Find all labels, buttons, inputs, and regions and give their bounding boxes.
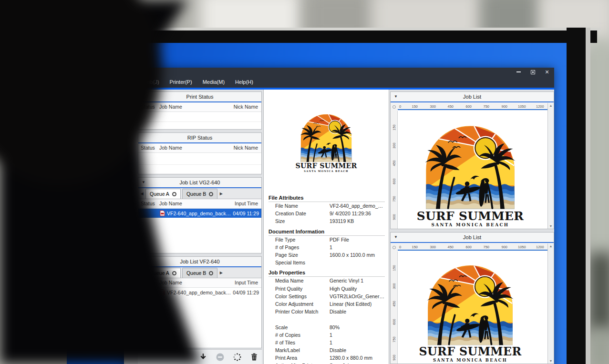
preview-panel-top: ▼ Job List 0 150 300 450 600 750 900 105… — [390, 91, 554, 229]
preview-panel-header[interactable]: ▼ Job List — [391, 92, 554, 102]
background-blur — [589, 329, 609, 364]
detail-value: PDF File — [330, 237, 385, 243]
tab-next-icon[interactable]: ▶ — [217, 267, 225, 278]
preview-panel-bottom: ▼ Job List 0 150 300 450 600 750 900 105… — [390, 232, 554, 364]
gear-icon[interactable] — [172, 271, 176, 275]
job-row[interactable]: VF2-640_app_demo_backlit_dp... 04/09 11:… — [138, 288, 261, 297]
panel-title: Job List VG2-640 — [180, 180, 220, 185]
pdf-file-icon — [160, 289, 165, 295]
scroll-up-icon[interactable]: ▲ — [549, 104, 553, 107]
visibility-eye-icon — [392, 246, 396, 249]
ruler-label: 900 — [392, 353, 396, 363]
collapse-triangle-icon[interactable]: ▼ — [142, 260, 145, 263]
ruler-label: 0 — [399, 245, 401, 249]
tab-prev-icon[interactable]: ◀ — [138, 267, 145, 278]
menu-item-help[interactable]: Help(H) — [230, 76, 258, 88]
detail-label: # of Tiles — [268, 340, 330, 345]
input-time: 04/09 11:29 — [233, 211, 259, 216]
job-preview-thumbnail — [292, 107, 360, 172]
tab-prev-icon[interactable]: ◀ — [138, 188, 145, 199]
tab-queue-a[interactable]: Queue A — [145, 268, 181, 278]
job-name: VF2-640_app_demo_backlit_dp... — [167, 211, 231, 216]
scroll-down-icon[interactable]: ▼ — [549, 224, 553, 228]
layout-canvas[interactable] — [398, 252, 547, 364]
job-list-vg2-header[interactable]: ▼ Job List VG2-640 — [138, 178, 261, 188]
remove-icon[interactable] — [216, 353, 225, 362]
col-job-name: Job Name — [159, 280, 182, 285]
preview-panel-header[interactable]: ▼ Job List — [391, 233, 554, 243]
close-button[interactable]: × — [540, 68, 554, 76]
ruler-label: 900 — [392, 212, 396, 222]
detail-value: 1600.0 x 1100.0 mm — [330, 252, 385, 258]
menu-item-media[interactable]: Media(M) — [197, 76, 230, 88]
layout-canvas[interactable] — [398, 111, 547, 229]
collapse-triangle-icon[interactable]: ▼ — [142, 181, 145, 184]
detail-label: # of Copies — [268, 332, 330, 338]
col-job-name: Job Name — [159, 145, 182, 151]
tab-queue-a[interactable]: Queue A — [145, 189, 181, 199]
detail-label: Size — [268, 218, 330, 224]
ruler-corner — [391, 103, 398, 111]
detail-label: Printer Color Match — [268, 309, 330, 314]
detail-label: Color Settings — [268, 293, 330, 299]
monitor-bezel — [567, 28, 588, 364]
trash-icon[interactable] — [250, 353, 258, 361]
ruler-label: 600 — [392, 317, 396, 327]
minimize-button[interactable] — [511, 68, 526, 76]
job-artwork-preview — [410, 113, 530, 227]
queue-tabs: ◀ Queue A Queue B ▶ — [138, 267, 261, 278]
vertical-scrollbar[interactable]: ▲ ▼ — [547, 103, 554, 229]
rip-status-panel: RIP Status Status Job Name Nick Name — [138, 132, 262, 174]
scroll-down-icon[interactable]: ▼ — [549, 359, 553, 363]
panel-title: RIP Status — [187, 135, 212, 141]
download-icon[interactable] — [199, 353, 207, 361]
detail-value: 1280.0 x 880.0 mm — [330, 355, 385, 361]
refresh-spinner-icon[interactable] — [233, 353, 242, 362]
gear-icon[interactable] — [172, 192, 176, 196]
panel-title: Job List — [463, 234, 481, 240]
job-list-vf2-header[interactable]: ▼ Job List VF2-640 — [138, 257, 261, 267]
menu-item-job[interactable]: Job(J) — [139, 76, 165, 88]
collapse-triangle-icon[interactable]: ▼ — [394, 95, 398, 99]
column-headers: Status Job Name Nick Name — [138, 102, 261, 112]
ruler-label: 300 — [392, 282, 396, 291]
gear-icon[interactable] — [209, 271, 213, 275]
col-status: Status — [141, 280, 155, 285]
job-row-selected[interactable]: VF2-640_app_demo_backlit_dp... 04/09 11:… — [138, 209, 261, 218]
print-status-header: Print Status — [138, 92, 261, 102]
tab-queue-b[interactable]: Queue B — [182, 268, 217, 278]
detail-label: Color Adjustment — [268, 301, 330, 307]
tab-queue-b[interactable]: Queue B — [182, 189, 217, 199]
vertical-scrollbar[interactable]: ▲ ▼ — [547, 243, 554, 364]
maximize-button[interactable] — [526, 68, 540, 76]
input-time: 04/09 11:29 — [233, 290, 259, 295]
gear-icon[interactable] — [209, 192, 213, 196]
col-job-name: Job Name — [159, 201, 182, 206]
ruler-label: 150 — [392, 123, 396, 132]
job-artwork-preview — [410, 253, 530, 363]
detail-label: # of Pages — [268, 244, 330, 250]
col-status: Status — [141, 201, 155, 206]
ruler-label: 750 — [483, 104, 489, 109]
collapse-triangle-icon[interactable]: ▼ — [394, 235, 398, 239]
col-input-time: Input Time — [235, 280, 258, 285]
tab-next-icon[interactable]: ▶ — [217, 188, 225, 199]
detail-value: High Quality — [330, 286, 385, 292]
vertical-ruler: 150 300 450 600 750 900 — [391, 252, 398, 364]
section-heading: Document Information — [268, 227, 385, 236]
job-toolbar — [138, 349, 262, 364]
monitor-bezel — [143, 30, 597, 43]
queue-tabs: ◀ Queue A Queue B ▶ — [138, 188, 261, 199]
visibility-eye-icon — [392, 105, 396, 109]
close-icon: × — [545, 69, 549, 75]
ruler-label: 450 — [447, 104, 454, 109]
menu-item-printer[interactable]: Printer(P) — [165, 76, 197, 88]
detail-label: Creation Date — [268, 211, 330, 216]
job-list-vg2-panel: ▼ Job List VG2-640 ◀ Queue A Queue B ▶ S… — [138, 177, 262, 253]
scroll-up-icon[interactable]: ▲ — [549, 244, 553, 248]
detail-label: Page Size — [268, 252, 330, 258]
detail-value: 1 — [330, 332, 385, 338]
menu-bar: Job(J) Printer(P) Media(M) Help(H) — [124, 76, 554, 88]
ruler-label: 300 — [430, 104, 436, 109]
detail-value: 80% — [330, 324, 385, 330]
